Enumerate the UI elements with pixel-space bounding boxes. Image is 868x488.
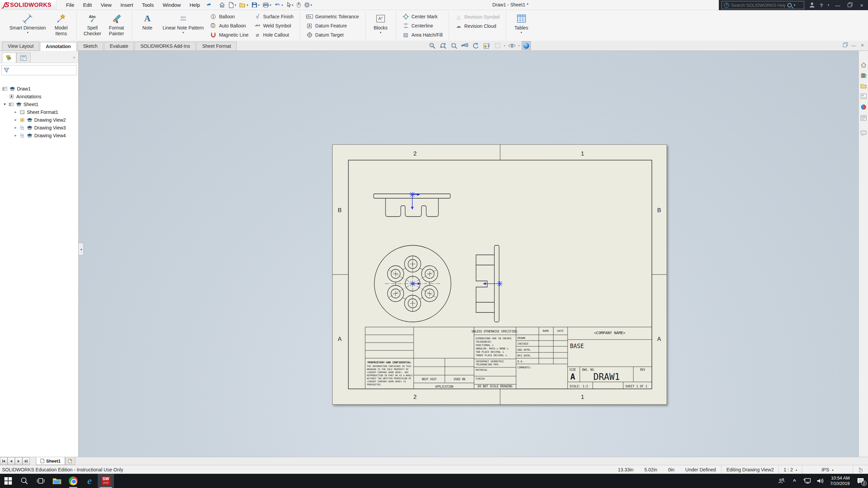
home-button[interactable] — [219, 2, 225, 8]
expander-icon[interactable]: ▸ — [14, 118, 18, 122]
rotate-view-button[interactable] — [471, 41, 480, 50]
auto-balloon-button[interactable]: 1Auto Balloon — [210, 22, 249, 30]
custom-properties-icon[interactable] — [861, 115, 867, 122]
doc-restore-button[interactable] — [843, 43, 847, 48]
caret-down-icon[interactable]: ▾ — [292, 3, 294, 7]
taskbar-search-button[interactable] — [16, 474, 33, 488]
tree-item-draw1[interactable]: Draw1 — [0, 85, 78, 93]
caret-down-icon[interactable]: ▾ — [246, 3, 248, 7]
tray-overflow-chevron[interactable]: ^ — [788, 474, 801, 488]
appearances-icon[interactable] — [861, 104, 867, 111]
view-orientation-button[interactable] — [460, 41, 469, 50]
start-button[interactable] — [0, 474, 16, 488]
caret-down-icon[interactable]: ▾ — [258, 3, 260, 7]
model-items-button[interactable]: Model Items — [49, 12, 73, 40]
balloon-button[interactable]: 1Balloon — [210, 13, 249, 21]
sheet-scale-dropdown[interactable]: 1 : 2▴ — [778, 465, 802, 474]
caret-down-icon[interactable]: ▾ — [311, 3, 312, 7]
open-button[interactable]: ▾ — [239, 2, 248, 8]
area-hatch-button[interactable]: ▨Area Hatch/Fill — [402, 31, 443, 39]
blocks-button[interactable]: A° Blocks ▾ — [369, 12, 393, 40]
tree-item-drawing-view3[interactable]: ▸ Drawing View3 — [0, 124, 78, 131]
expander-icon[interactable]: ▸ — [14, 133, 18, 138]
hide-show-items-button[interactable] — [508, 41, 516, 50]
network-tray-icon[interactable] — [801, 474, 814, 488]
search-caret-icon[interactable]: ▾ — [794, 3, 795, 7]
linear-note-pattern-button[interactable]: AAAAAA Linear Note Pattern ▾ — [159, 12, 207, 40]
menu-window[interactable]: Window — [163, 2, 181, 8]
geometric-tolerance-button[interactable]: 0.1Geometric Tolerance — [306, 13, 359, 21]
view-settings-button[interactable] — [522, 41, 531, 50]
taskbar-clock[interactable]: 10:54 AM 7/10/2019 — [827, 475, 853, 486]
close-button[interactable]: × — [858, 2, 865, 8]
people-tray-icon[interactable] — [775, 474, 788, 488]
restore-button[interactable] — [846, 2, 853, 8]
view-palette-icon[interactable] — [861, 94, 867, 100]
save-button[interactable]: ▾ — [252, 2, 260, 8]
prev-sheet-button[interactable] — [7, 457, 15, 465]
doc-close-button[interactable]: × — [861, 42, 864, 48]
expander-icon[interactable]: ▸ — [14, 125, 18, 130]
magnetic-line-button[interactable]: Magnetic Line — [210, 31, 249, 39]
user-account-icon[interactable] — [809, 2, 815, 9]
weld-symbol-button[interactable]: Weld Symbol — [254, 22, 293, 30]
menu-edit[interactable]: Edit — [83, 2, 92, 8]
tree-item-sheet-format1[interactable]: ▸ Sheet Format1 — [0, 108, 78, 116]
volume-tray-icon[interactable] — [814, 474, 827, 488]
internet-explorer-taskbar-icon[interactable]: e — [81, 474, 98, 488]
sheet-tab-active[interactable]: Sheet1 — [36, 457, 65, 465]
caret-down-icon[interactable]: ▾ — [27, 31, 28, 34]
menu-tools[interactable]: Tools — [142, 2, 154, 8]
print-button[interactable]: ▾ — [263, 2, 271, 8]
tab-sketch[interactable]: Sketch — [77, 42, 103, 50]
featuremanager-tab[interactable] — [2, 53, 16, 63]
caret-down-icon[interactable]: ▾ — [520, 31, 522, 34]
centerline-button[interactable]: Centerline — [402, 22, 443, 30]
task-view-button[interactable] — [33, 474, 49, 488]
tree-item-annotations[interactable]: A Annotations — [0, 93, 78, 100]
task-pane-home-icon[interactable] — [861, 62, 867, 69]
expander-icon[interactable]: ▸ — [14, 110, 18, 114]
options-button[interactable]: ▾ — [304, 2, 312, 8]
search-input[interactable] — [731, 3, 785, 8]
caret-down-icon[interactable]: ▾ — [270, 3, 271, 7]
propertymanager-tab[interactable] — [16, 53, 31, 63]
tree-filter-box[interactable] — [1, 65, 77, 75]
caret-down-icon[interactable]: ▾ — [281, 3, 283, 7]
tab-sheet-format[interactable]: Sheet Format — [196, 42, 237, 50]
action-center-button[interactable]: 2 — [853, 474, 868, 488]
note-button[interactable]: A Note — [136, 12, 159, 40]
help-button[interactable]: ? — [820, 2, 823, 8]
chrome-taskbar-icon[interactable] — [65, 474, 81, 488]
menu-pin-icon[interactable] — [205, 1, 212, 9]
tab-evaluate[interactable]: Evaluate — [104, 42, 134, 50]
panel-collapse-handle[interactable]: ◂ — [79, 243, 84, 256]
caret-down-icon[interactable]: ▾ — [380, 31, 381, 34]
search-icon[interactable] — [787, 3, 792, 7]
smart-dimension-button[interactable]: Smart Dimension ▾ — [6, 12, 49, 40]
display-style-button[interactable] — [493, 41, 502, 50]
panel-expand-chevron[interactable]: › — [73, 54, 75, 60]
file-explorer-taskbar-icon[interactable] — [49, 474, 65, 488]
expander-icon[interactable]: ▾ — [3, 102, 7, 106]
rebuild-button[interactable] — [297, 2, 301, 8]
surface-finish-button[interactable]: √Surface Finish — [254, 13, 293, 21]
graphics-area[interactable]: 2 1 2 1 B A B A — [79, 51, 859, 457]
spell-checker-button[interactable]: Abc✓ Spell Checker — [80, 12, 104, 40]
zoom-to-fit-button[interactable] — [428, 41, 437, 50]
tab-addins[interactable]: SOLIDWORKS Add-Ins — [135, 42, 196, 50]
last-sheet-button[interactable] — [22, 457, 30, 465]
hole-callout-button[interactable]: ⌀Hole Callout — [254, 31, 293, 39]
3d-drawing-view-button[interactable] — [482, 41, 491, 50]
center-mark-button[interactable]: Center Mark — [402, 13, 443, 21]
new-document-button[interactable]: ▾ — [229, 2, 236, 8]
menu-view[interactable]: View — [101, 2, 112, 8]
tables-button[interactable]: Tables ▾ — [510, 12, 533, 40]
solidworks-forum-icon[interactable] — [861, 130, 867, 137]
zoom-in-out-button[interactable] — [439, 41, 448, 50]
tree-item-drawing-view2[interactable]: ▸ Drawing View2 — [0, 116, 78, 124]
help-search-box[interactable]: ? ▾ — [722, 1, 804, 9]
caret-down-icon[interactable]: ▾ — [182, 31, 184, 34]
quick-tips-button[interactable] — [853, 465, 868, 474]
units-dropdown[interactable]: IPS▴ — [802, 465, 853, 474]
